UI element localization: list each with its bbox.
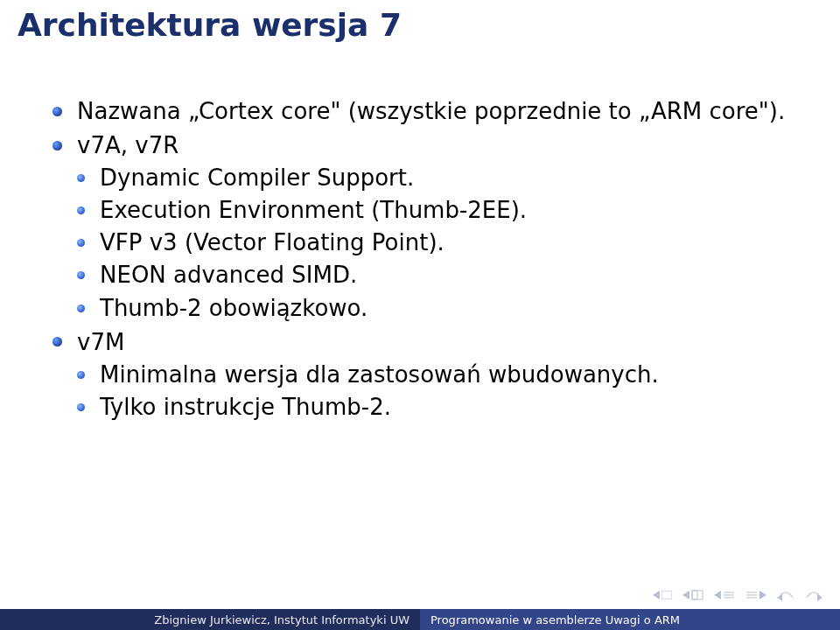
footer-author: Zbigniew Jurkiewicz, Instytut Informatyk… [0, 609, 420, 630]
svg-marker-12 [760, 591, 766, 599]
footer-title: Programowanie w asemblerze Uwagi o ARM [420, 609, 840, 630]
list-item: Nazwana „Cortex core" (wszystkie poprzed… [52, 96, 788, 127]
svg-marker-14 [817, 594, 822, 601]
bullet-text: Tylko instrukcje Thumb-2. [100, 394, 391, 420]
list-item: Tylko instrukcje Thumb-2. [77, 392, 788, 423]
bullet-list-level2: Minimalna wersja dla zastosowań wbudowan… [77, 360, 788, 423]
bullet-text: v7M [77, 329, 124, 355]
slide: Architektura wersja 7 Nazwana „Cortex co… [0, 0, 840, 630]
slide-content: Nazwana „Cortex core" (wszystkie poprzed… [52, 96, 788, 426]
nav-symbols [653, 586, 822, 604]
svg-marker-13 [777, 594, 782, 601]
bullet-text: Execution Environment (Thumb-2EE). [100, 197, 527, 223]
svg-marker-2 [682, 591, 690, 599]
bullet-text: Nazwana „Cortex core" (wszystkie poprzed… [77, 98, 785, 124]
bullet-text: v7A, v7R [77, 132, 178, 158]
footer-title-text: Programowanie w asemblerze Uwagi o ARM [430, 613, 680, 626]
nav-forward-icon[interactable] [805, 589, 822, 601]
footer: Zbigniew Jurkiewicz, Instytut Informatyk… [0, 609, 840, 630]
list-item: Minimalna wersja dla zastosowań wbudowan… [77, 360, 788, 390]
list-item: v7A, v7R Dynamic Compiler Support. Execu… [52, 130, 788, 324]
nav-prev-frame-icon[interactable] [714, 591, 735, 599]
bullet-list-level2: Dynamic Compiler Support. Execution Envi… [77, 163, 788, 323]
nav-prev-section-icon[interactable] [653, 591, 672, 599]
list-item: VFP v3 (Vector Floating Point). [77, 228, 788, 258]
list-item: Dynamic Compiler Support. [77, 163, 788, 193]
svg-rect-1 [662, 591, 672, 599]
list-item: NEON advanced SIMD. [77, 260, 788, 290]
bullet-text: Dynamic Compiler Support. [100, 164, 414, 191]
bullet-text: Minimalna wersja dla zastosowań wbudowan… [100, 361, 659, 388]
bullet-list-level1: Nazwana „Cortex core" (wszystkie poprzed… [52, 96, 788, 423]
svg-rect-4 [692, 591, 697, 599]
footer-author-text: Zbigniew Jurkiewicz, Instytut Informatyk… [154, 613, 410, 626]
nav-prev-slide-icon[interactable] [682, 590, 704, 600]
svg-marker-5 [714, 591, 721, 599]
list-item: Thumb-2 obowiązkowo. [77, 293, 788, 324]
svg-marker-0 [653, 591, 660, 599]
bullet-text: VFP v3 (Vector Floating Point). [100, 229, 444, 256]
list-item: Execution Environment (Thumb-2EE). [77, 195, 788, 226]
slide-title: Architektura wersja 7 [0, 0, 840, 53]
list-item: v7M Minimalna wersja dla zastosowań wbud… [52, 327, 788, 423]
nav-next-frame-icon[interactable] [746, 591, 766, 599]
nav-back-icon[interactable] [777, 589, 794, 601]
bullet-text: NEON advanced SIMD. [100, 262, 357, 288]
bullet-text: Thumb-2 obowiązkowo. [100, 295, 368, 321]
